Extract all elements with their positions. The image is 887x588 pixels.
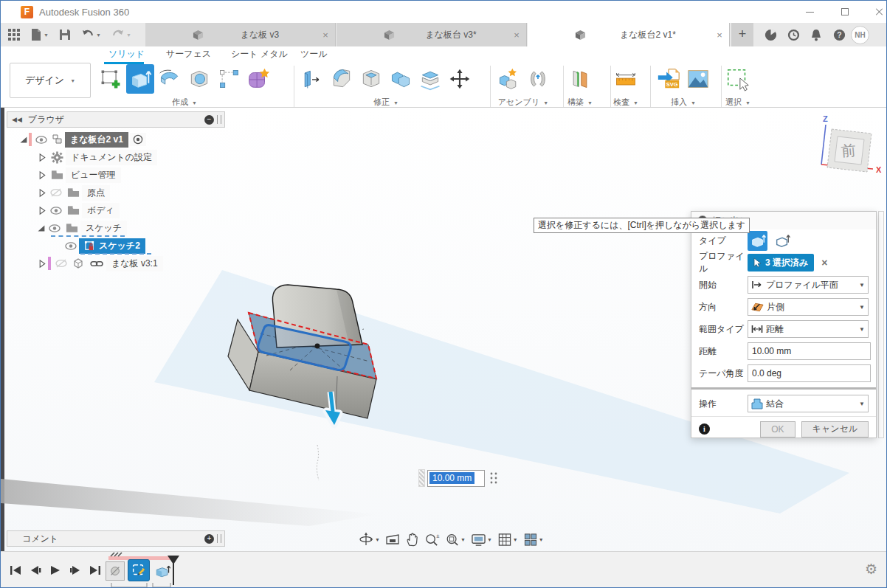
redo-button[interactable]: ▼ bbox=[110, 25, 133, 44]
browser-row-bodies[interactable]: ボディ bbox=[7, 201, 225, 219]
browser-header[interactable]: ◀◀ ブラウザ − bbox=[7, 111, 225, 128]
timeline-settings-gear-icon[interactable]: ⚙ bbox=[865, 561, 877, 578]
group-label-select[interactable]: 選択 ▼ bbox=[725, 97, 750, 108]
browser-row-linked-component[interactable]: まな板 v3:1 bbox=[7, 255, 225, 272]
help-button[interactable]: ? bbox=[829, 25, 849, 44]
insert-svg-button[interactable]: SVG bbox=[655, 64, 683, 94]
browser-row-label[interactable]: まな板台2 v1 bbox=[65, 132, 128, 148]
comments-bar[interactable]: コメント + bbox=[7, 530, 225, 547]
orbit-button[interactable]: ▼ bbox=[356, 530, 382, 548]
browser-row-label[interactable]: ボディ bbox=[82, 203, 120, 218]
collapsed-triangle-icon[interactable] bbox=[36, 153, 48, 162]
cancel-button[interactable]: キャンセル bbox=[801, 421, 869, 437]
doc-tab-2[interactable]: まな板台 v3* × bbox=[336, 23, 527, 46]
pan-button[interactable] bbox=[404, 531, 421, 548]
viewports-button[interactable]: ▼ bbox=[522, 531, 545, 548]
insert-canvas-button[interactable] bbox=[684, 64, 712, 94]
close-button[interactable] bbox=[863, 1, 887, 23]
browser-row-label[interactable]: スケッチ bbox=[80, 221, 127, 236]
create-form-button[interactable] bbox=[244, 64, 272, 94]
job-status-button[interactable] bbox=[784, 25, 803, 44]
account-avatar[interactable]: NH bbox=[851, 26, 869, 44]
collapsed-triangle-icon[interactable] bbox=[36, 206, 48, 215]
create-sketch-button[interactable] bbox=[97, 64, 125, 94]
doc-tab-close-icon[interactable]: × bbox=[507, 30, 526, 41]
dialog-gutter[interactable] bbox=[878, 211, 884, 438]
timeline-feature-suppressed[interactable] bbox=[106, 561, 125, 581]
eye-off-icon[interactable] bbox=[53, 259, 69, 268]
fillet-button[interactable] bbox=[328, 64, 356, 94]
expanded-triangle-icon[interactable] bbox=[17, 135, 29, 145]
panel-grip-icon[interactable] bbox=[217, 115, 221, 124]
manipulator-drag-handle[interactable] bbox=[418, 469, 425, 487]
new-component-button[interactable] bbox=[494, 64, 522, 94]
sketch-center-point[interactable] bbox=[315, 344, 320, 349]
eye-icon[interactable] bbox=[63, 242, 79, 250]
group-label-insert[interactable]: 挿入 ▼ bbox=[671, 97, 696, 108]
step-forward-button[interactable] bbox=[68, 562, 83, 578]
notifications-button[interactable] bbox=[807, 25, 826, 44]
go-to-end-button[interactable] bbox=[88, 562, 103, 578]
pattern-button[interactable] bbox=[215, 64, 243, 94]
browser-row-doc-settings[interactable]: ドキュメントの設定 bbox=[7, 148, 225, 166]
type-extrude-button[interactable] bbox=[748, 231, 767, 251]
go-to-start-button[interactable] bbox=[8, 562, 23, 578]
timeline-playhead-handle[interactable] bbox=[167, 555, 180, 565]
browser-row-label[interactable]: ビュー管理 bbox=[66, 167, 121, 183]
eye-off-icon[interactable] bbox=[48, 188, 64, 197]
ribbon-tab-surface[interactable]: サーフェス bbox=[166, 48, 211, 63]
minimize-button[interactable] bbox=[793, 1, 826, 23]
taper-angle-input[interactable] bbox=[748, 364, 871, 382]
play-button[interactable] bbox=[48, 562, 63, 578]
hole-button[interactable] bbox=[185, 64, 213, 94]
display-settings-button[interactable]: ▼ bbox=[469, 531, 494, 548]
eye-icon[interactable] bbox=[34, 136, 49, 144]
save-button[interactable] bbox=[58, 25, 72, 44]
doc-tab-1[interactable]: まな板 v3 × bbox=[145, 23, 336, 46]
extensions-button[interactable] bbox=[761, 25, 780, 44]
direction-select[interactable]: 片側 ▼ bbox=[748, 298, 869, 316]
shell-button[interactable] bbox=[357, 64, 385, 94]
measure-button[interactable] bbox=[612, 64, 640, 94]
group-label-inspect[interactable]: 検査 ▼ bbox=[613, 97, 638, 108]
group-label-construct[interactable]: 構築 ▼ bbox=[567, 97, 593, 108]
browser-row-origin[interactable]: 原点 bbox=[7, 184, 225, 201]
activate-radio-icon[interactable] bbox=[130, 133, 146, 146]
joint-button[interactable] bbox=[524, 64, 552, 94]
look-at-button[interactable] bbox=[384, 531, 401, 547]
ribbon-tab-sheetmetal[interactable]: シート メタル bbox=[231, 48, 288, 63]
construct-plane-button[interactable] bbox=[566, 64, 594, 94]
group-label-create[interactable]: 作成 ▼ bbox=[172, 97, 197, 108]
profile-selection-chip[interactable]: 3 選択済み bbox=[748, 254, 814, 271]
file-menu-button[interactable]: ▼ bbox=[29, 25, 50, 44]
group-label-assemble[interactable]: アセンブリ ▼ bbox=[498, 97, 548, 108]
browser-row-label[interactable]: まな板 v3:1 bbox=[106, 256, 163, 271]
viewcube[interactable]: Z X 前 bbox=[811, 113, 886, 184]
new-tab-button[interactable]: + bbox=[731, 23, 753, 46]
collapsed-triangle-icon[interactable] bbox=[36, 188, 48, 198]
ribbon-tab-solid[interactable]: ソリッド bbox=[108, 48, 145, 63]
grid-snap-button[interactable]: ▼ bbox=[496, 531, 520, 548]
fit-button[interactable]: ▼ bbox=[444, 531, 467, 548]
browser-row-selected[interactable]: スケッチ2 bbox=[79, 238, 145, 254]
maximize-button[interactable] bbox=[828, 1, 862, 23]
browser-row-label[interactable]: ドキュメントの設定 bbox=[66, 150, 157, 165]
browser-row-root[interactable]: まな板台2 v1 bbox=[7, 131, 225, 148]
eye-icon[interactable] bbox=[48, 207, 64, 215]
ok-button[interactable]: OK bbox=[760, 421, 795, 437]
app-grid-menu-button[interactable] bbox=[7, 25, 21, 44]
step-back-button[interactable] bbox=[28, 562, 43, 578]
distance-input[interactable] bbox=[748, 342, 871, 360]
extrude-button-active[interactable] bbox=[126, 64, 154, 94]
browser-row-sketches[interactable]: スケッチ bbox=[7, 219, 225, 237]
workspace-selector[interactable]: デザイン ▼ bbox=[10, 63, 91, 98]
collapsed-triangle-icon[interactable] bbox=[36, 170, 48, 180]
collapsed-triangle-icon[interactable] bbox=[36, 259, 48, 269]
more-options-grip-icon[interactable] bbox=[489, 471, 498, 485]
offset-face-button[interactable] bbox=[416, 64, 444, 94]
select-button[interactable] bbox=[724, 64, 752, 94]
distance-value-field[interactable]: 10.00 mm bbox=[427, 470, 485, 487]
type-thin-extrude-button[interactable] bbox=[772, 231, 792, 251]
info-icon[interactable]: i bbox=[699, 423, 710, 435]
browser-row-label[interactable]: 原点 bbox=[82, 185, 110, 201]
